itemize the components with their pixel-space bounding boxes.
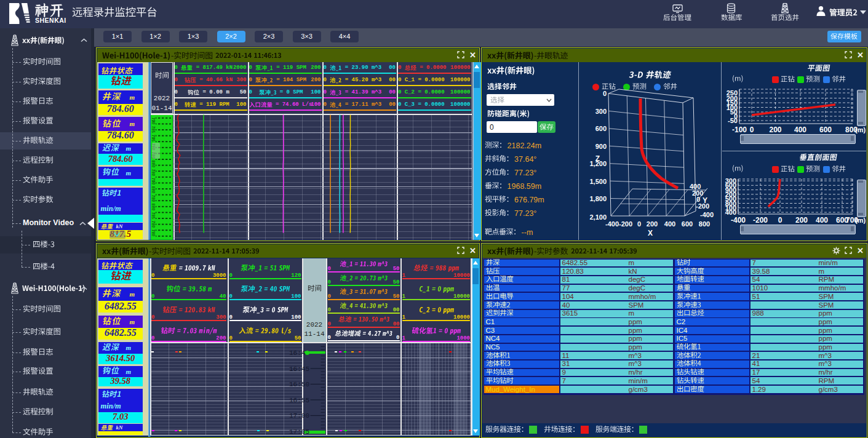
svg-text:-200: -200 [753, 216, 768, 225]
svg-text:200: 200 [795, 216, 808, 225]
svg-text:-400: -400 [731, 216, 746, 225]
svg-text:0: 0 [778, 216, 782, 225]
svg-text:400: 400 [816, 216, 828, 225]
svg-text:(m): (m) [855, 217, 866, 224]
svg-text:2,400: 2,400 [719, 209, 736, 216]
